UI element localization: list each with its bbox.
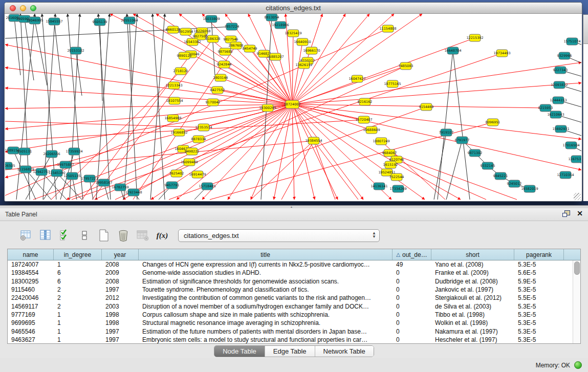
graph-node[interactable]: 16782759 [112,184,128,191]
graph-node[interactable]: 19384554 [305,137,322,144]
table-cell[interactable]: Disruption of a novel member of a sodium… [139,303,393,310]
graph-node[interactable]: 7522544 [389,173,404,181]
table-cell[interactable]: 2008 [102,261,139,268]
table-cell[interactable]: Embryonic stem cells: a model to study s… [139,336,393,343]
graph-node[interactable]: 9154469 [419,103,434,111]
table-cell[interactable]: Estimation of the future numbers of pati… [139,328,393,335]
table-cell[interactable]: 2 [54,294,102,301]
graph-node[interactable]: 9505131 [17,148,32,155]
table-cell[interactable]: 5.3E-5 [514,311,564,318]
table-cell[interactable]: 5.5E-5 [514,294,564,301]
table-cell[interactable]: 9777169 [8,311,54,318]
table-cell[interactable]: Structural magnetic resonance image aver… [139,319,393,326]
graph-node[interactable]: 12093832 [551,81,568,89]
graph-node[interactable]: 16966170 [303,47,320,54]
table-cell[interactable]: 1 [54,311,102,318]
tab-network-table[interactable]: Network Table [315,346,374,357]
table-cell[interactable]: 2 [54,286,102,293]
table-cell[interactable]: 5.3E-5 [514,286,564,293]
graph-node[interactable]: 16210643 [547,111,564,118]
table-cell[interactable]: 1998 [102,319,139,326]
graph-node[interactable]: 9170042 [206,99,221,106]
graph-node[interactable]: 17334269 [389,185,406,192]
table-row[interactable]: 969969511998Structural magnetic resonanc… [8,319,573,327]
graph-node[interactable]: 7485083 [399,62,413,70]
graph-node[interactable]: 20153102 [67,47,84,54]
table-cell[interactable]: Wolkin et al. (1998) [431,319,514,326]
graph-node[interactable]: 18807249 [373,138,389,145]
table-cell[interactable]: 0 [393,286,431,293]
column-header-pagerank[interactable]: pagerank [514,249,564,260]
graph-node[interactable]: 9871302 [468,149,483,157]
network-window-titlebar[interactable]: citations_edges.txt [5,3,582,14]
table-cell[interactable]: 14569117 [8,303,54,310]
table-cell[interactable]: Genome-wide association studies in ADHD. [139,269,393,276]
tab-edge-table[interactable]: Edge Table [265,346,315,357]
graph-node[interactable]: 15720407 [355,116,372,123]
table-cell[interactable]: 49 [393,261,431,268]
graph-node[interactable]: 9875685 [218,48,233,55]
table-row[interactable]: 1872400712008Changes of HCN gene express… [8,260,573,269]
graph-node[interactable]: 9245012 [507,180,522,187]
graph-node[interactable]: 18107554 [166,97,183,104]
network-canvas[interactable]: 2016058319059035180469951584555795051392… [5,14,581,201]
table-cell[interactable]: 5.3E-5 [514,303,564,310]
graph-node[interactable]: 16047427 [349,75,365,82]
table-cell[interactable]: 6 [54,269,102,276]
table-cell[interactable]: 1997 [102,336,139,343]
table-cell[interactable]: 1997 [102,328,139,335]
table-cell[interactable]: 1 [54,261,102,268]
table-row[interactable]: 1830029562008Estimation of significance … [8,277,573,286]
graph-node[interactable]: 18300295 [259,104,276,112]
graph-node[interactable]: 15718485 [199,183,215,190]
graph-node[interactable]: 12710354 [557,171,574,179]
graph-node[interactable]: 8186328 [206,35,221,42]
graph-node[interactable]: 7625402 [169,170,184,177]
table-cell[interactable]: Corpus callosum shape and size in male p… [139,311,393,318]
table-settings-icon[interactable] [18,228,34,243]
show-column-icon[interactable] [38,228,53,243]
table-cell[interactable]: 5.3E-5 [514,319,564,326]
graph-node[interactable]: 9457791 [165,182,180,189]
table-cell[interactable]: Tibbo et al. (1998) [431,311,514,318]
graph-node[interactable]: 18046995 [26,17,43,24]
graph-node[interactable]: 9684067 [382,149,397,157]
graph-node[interactable]: 16582019 [521,185,538,192]
table-cell[interactable]: 0 [393,319,431,326]
column-header-name[interactable]: name [8,249,54,260]
column-header-short[interactable]: short [431,249,514,260]
graph-node[interactable]: 15751074 [563,38,580,45]
table-cell[interactable]: Tourette syndrome. Phenomenology and cla… [139,286,393,293]
table-row[interactable]: 1456911722003Disruption of a novel membe… [8,302,573,310]
table-cell[interactable]: Changes of HCN gene expression and I(f) … [139,261,393,268]
graph-node[interactable]: 20551064 [121,17,138,24]
graph-node[interactable]: 12213343 [165,82,182,89]
table-cell[interactable]: Investigating the contribution of common… [139,294,393,301]
table-cell[interactable]: 1997 [102,286,139,293]
table-cell[interactable]: 1 [54,328,102,335]
window-resize-grip[interactable] [574,193,581,200]
graph-node[interactable]: 17359924 [66,148,82,155]
table-cell[interactable]: 9699695 [8,319,54,326]
table-cell[interactable]: Franke et al. (2009) [431,269,514,276]
table-cell[interactable]: 5.3E-5 [514,261,564,268]
graph-node[interactable]: 16640910 [294,38,311,46]
table-cell[interactable]: 18300295 [8,278,54,285]
table-cell[interactable]: 5.6E-5 [514,269,564,276]
graph-node[interactable]: 11675317 [568,156,581,163]
graph-node[interactable]: 8454749 [243,45,257,52]
table-selector-dropdown[interactable]: citations_edges.txt ▲▼ [178,229,380,242]
table-cell[interactable]: 5.3E-5 [514,336,564,343]
table-row[interactable]: 1938455462009Genome-wide association stu… [8,269,573,277]
column-header-year[interactable]: year [102,249,139,260]
table-cell[interactable]: Estimation of significance thresholds fo… [139,278,393,285]
table-row[interactable]: 2242004622012Investigating the contribut… [8,294,573,302]
table-row[interactable]: 946554611997Estimation of the future num… [8,327,573,335]
table-cell[interactable]: 2009 [102,269,139,276]
table-cell[interactable]: 2012 [102,294,139,301]
table-cell[interactable]: Nakamura et al. (1997) [431,328,514,335]
table-cell[interactable]: de Silva et al. (2003) [431,303,514,310]
graph-node[interactable]: 8096951 [486,119,500,126]
table-cell[interactable]: 0 [393,311,431,318]
graph-node[interactable]: 10688609 [363,126,380,134]
